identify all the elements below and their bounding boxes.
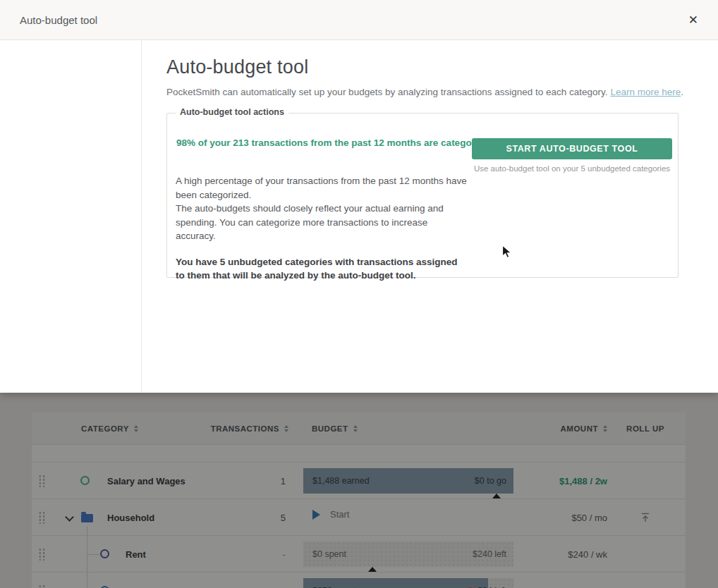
budget-spent-label: $0 spent: [312, 549, 346, 559]
folder-icon: [81, 514, 93, 522]
category-icon: [100, 549, 109, 558]
start-budget-button[interactable]: Start: [312, 509, 349, 520]
column-header-budget-label: BUDGET: [312, 424, 348, 433]
sidebar-divider: [141, 40, 142, 393]
info-paragraphs: A high percentage of your transactions f…: [176, 174, 468, 283]
column-header-rollup: ROLL UP: [610, 412, 681, 445]
budget-marker-icon: [492, 494, 501, 498]
start-budget-label: Start: [330, 509, 349, 520]
mouse-cursor: [501, 245, 513, 259]
page-title: Auto-budget tool: [166, 56, 308, 78]
transactions-count: 5: [229, 513, 286, 523]
column-header-amount-label: AMOUNT: [561, 424, 598, 433]
info-paragraph-2: The auto-budgets should closely reflect …: [176, 202, 468, 243]
column-header-amount[interactable]: AMOUNT: [483, 412, 607, 445]
sort-icon: [603, 425, 607, 432]
amount-cell: $1,488 / 2w: [490, 476, 607, 486]
transactions-count: -: [229, 549, 286, 560]
budget-earned-label: $1,488 earned: [312, 476, 370, 486]
column-header-transactions-label: TRANSACTIONS: [211, 424, 279, 433]
tree-connector: [87, 526, 87, 536]
column-header-budget[interactable]: BUDGET: [312, 412, 358, 445]
table-row-salary-and-wages: Salary and Wages 1 $1,488 earned $0 to g…: [32, 462, 686, 498]
modal-titlebar: Auto-budget tool ✕: [0, 0, 718, 40]
start-auto-budget-button[interactable]: START AUTO-BUDGET TOOL: [472, 138, 672, 159]
categorization-status: 98% of your 213 transactions from the pa…: [176, 136, 502, 150]
chevron-down-icon[interactable]: [65, 513, 74, 522]
sort-icon: [134, 425, 138, 432]
sort-icon: [353, 425, 358, 432]
category-icon: [80, 476, 90, 485]
column-header-transactions[interactable]: TRANSACTIONS: [193, 412, 288, 445]
budget-bar[interactable]: $256 spent $34 left: [303, 578, 513, 588]
budget-bar[interactable]: $1,488 earned $0 to go: [303, 468, 513, 494]
tree-connector: [87, 572, 87, 588]
amount-cell: $240 / wk: [490, 549, 607, 560]
tree-connector: [87, 554, 99, 555]
start-button-caption: Use auto-budget tool on your 5 unbudgete…: [472, 164, 672, 173]
drag-handle-icon[interactable]: [38, 548, 46, 561]
category-name: Rent: [126, 549, 146, 560]
transactions-count: 1: [229, 476, 286, 486]
table-row-household: Household 5 Start $50 / mo: [32, 498, 686, 535]
link-suffix: .: [681, 87, 683, 97]
unbudgeted-note: You have 5 unbudgeted categories with tr…: [176, 255, 468, 283]
amount-cell: $50 / mo: [490, 513, 607, 523]
drag-handle-icon[interactable]: [38, 474, 46, 487]
budget-bar[interactable]: $0 spent $240 left: [303, 541, 513, 567]
drag-handle-icon[interactable]: [38, 584, 46, 588]
table-row-utilities: Utilities 3 $256 spent $34 left $290 / m…: [32, 572, 686, 588]
modal-description: PocketSmith can automatically set up you…: [166, 87, 683, 97]
screen: Auto-budget tool ✕ Auto-budget tool Pock…: [0, 0, 718, 588]
actions-legend: Auto-budget tool actions: [176, 107, 288, 117]
table-row-rent: Rent - $0 spent $240 left $240 / wk: [32, 535, 686, 572]
category-name: Salary and Wages: [107, 476, 185, 486]
rollup-icon[interactable]: [617, 512, 674, 523]
modal-description-text: PocketSmith can automatically set up you…: [166, 87, 608, 97]
budget-marker-icon: [368, 567, 377, 572]
column-header-rollup-label: ROLL UP: [626, 424, 664, 433]
background-page: CATEGORY TRANSACTIONS BUDGET AMOUNT ROLL…: [0, 393, 718, 588]
column-header-category[interactable]: CATEGORY: [81, 412, 138, 445]
budget-table: CATEGORY TRANSACTIONS BUDGET AMOUNT ROLL…: [32, 412, 686, 588]
drag-handle-icon[interactable]: [38, 511, 46, 524]
learn-more-link[interactable]: Learn more here: [610, 87, 681, 97]
modal-titlebar-title: Auto-budget tool: [20, 14, 97, 26]
info-paragraph-1: A high percentage of your transactions f…: [176, 174, 468, 202]
modal-body: Auto-budget tool PocketSmith can automat…: [0, 40, 718, 393]
sort-icon: [284, 425, 288, 432]
play-icon: [312, 510, 320, 520]
column-header-category-label: CATEGORY: [81, 424, 129, 433]
budget-table-header: CATEGORY TRANSACTIONS BUDGET AMOUNT ROLL…: [32, 412, 686, 445]
close-icon[interactable]: ✕: [686, 11, 701, 29]
category-name: Household: [107, 513, 154, 523]
